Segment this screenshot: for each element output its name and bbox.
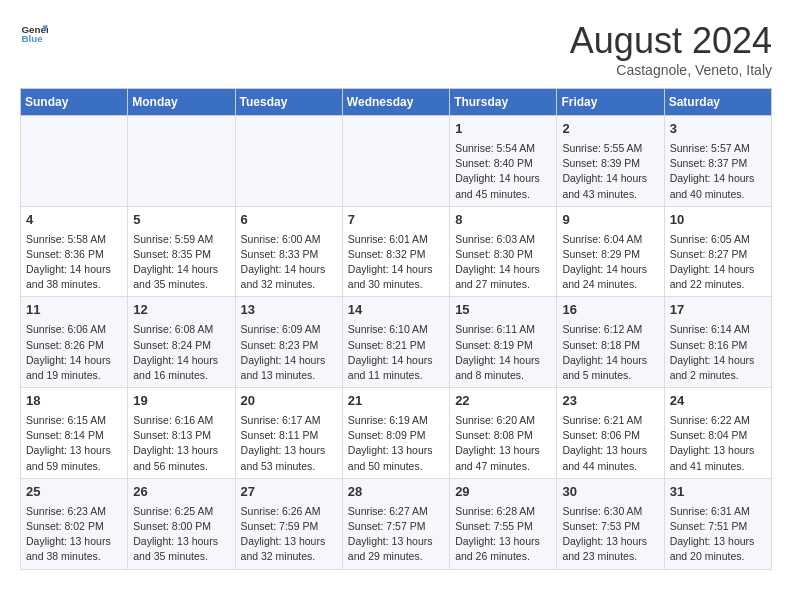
calendar-cell [235, 116, 342, 207]
calendar-cell: 10Sunrise: 6:05 AMSunset: 8:27 PMDayligh… [664, 206, 771, 297]
day-info: Sunrise: 6:10 AMSunset: 8:21 PMDaylight:… [348, 322, 444, 383]
day-number: 8 [455, 211, 551, 230]
day-number: 16 [562, 301, 658, 320]
svg-text:Blue: Blue [21, 33, 43, 44]
day-info: Sunrise: 6:05 AMSunset: 8:27 PMDaylight:… [670, 232, 766, 293]
calendar-cell: 20Sunrise: 6:17 AMSunset: 8:11 PMDayligh… [235, 388, 342, 479]
calendar-cell: 13Sunrise: 6:09 AMSunset: 8:23 PMDayligh… [235, 297, 342, 388]
day-info: Sunrise: 6:31 AMSunset: 7:51 PMDaylight:… [670, 504, 766, 565]
title-block: August 2024 Castagnole, Veneto, Italy [570, 20, 772, 78]
day-number: 20 [241, 392, 337, 411]
page-header: General Blue August 2024 Castagnole, Ven… [20, 20, 772, 78]
month-year: August 2024 [570, 20, 772, 62]
day-number: 5 [133, 211, 229, 230]
day-number: 28 [348, 483, 444, 502]
day-number: 9 [562, 211, 658, 230]
day-number: 15 [455, 301, 551, 320]
day-info: Sunrise: 6:08 AMSunset: 8:24 PMDaylight:… [133, 322, 229, 383]
day-info: Sunrise: 6:11 AMSunset: 8:19 PMDaylight:… [455, 322, 551, 383]
day-number: 3 [670, 120, 766, 139]
day-info: Sunrise: 6:15 AMSunset: 8:14 PMDaylight:… [26, 413, 122, 474]
day-info: Sunrise: 5:57 AMSunset: 8:37 PMDaylight:… [670, 141, 766, 202]
calendar-cell: 15Sunrise: 6:11 AMSunset: 8:19 PMDayligh… [450, 297, 557, 388]
day-info: Sunrise: 6:16 AMSunset: 8:13 PMDaylight:… [133, 413, 229, 474]
day-number: 10 [670, 211, 766, 230]
day-number: 12 [133, 301, 229, 320]
day-info: Sunrise: 6:00 AMSunset: 8:33 PMDaylight:… [241, 232, 337, 293]
calendar-cell: 16Sunrise: 6:12 AMSunset: 8:18 PMDayligh… [557, 297, 664, 388]
day-info: Sunrise: 6:25 AMSunset: 8:00 PMDaylight:… [133, 504, 229, 565]
day-number: 31 [670, 483, 766, 502]
day-info: Sunrise: 6:06 AMSunset: 8:26 PMDaylight:… [26, 322, 122, 383]
day-info: Sunrise: 6:01 AMSunset: 8:32 PMDaylight:… [348, 232, 444, 293]
day-number: 2 [562, 120, 658, 139]
calendar-cell: 2Sunrise: 5:55 AMSunset: 8:39 PMDaylight… [557, 116, 664, 207]
day-number: 27 [241, 483, 337, 502]
day-info: Sunrise: 6:26 AMSunset: 7:59 PMDaylight:… [241, 504, 337, 565]
day-of-week-header: Monday [128, 89, 235, 116]
day-number: 13 [241, 301, 337, 320]
day-of-week-header: Tuesday [235, 89, 342, 116]
day-number: 22 [455, 392, 551, 411]
calendar-cell: 11Sunrise: 6:06 AMSunset: 8:26 PMDayligh… [21, 297, 128, 388]
calendar-cell: 18Sunrise: 6:15 AMSunset: 8:14 PMDayligh… [21, 388, 128, 479]
calendar-cell: 30Sunrise: 6:30 AMSunset: 7:53 PMDayligh… [557, 478, 664, 569]
day-info: Sunrise: 5:59 AMSunset: 8:35 PMDaylight:… [133, 232, 229, 293]
day-info: Sunrise: 6:14 AMSunset: 8:16 PMDaylight:… [670, 322, 766, 383]
logo-icon: General Blue [20, 20, 48, 48]
day-number: 14 [348, 301, 444, 320]
day-number: 24 [670, 392, 766, 411]
day-number: 23 [562, 392, 658, 411]
calendar-cell: 22Sunrise: 6:20 AMSunset: 8:08 PMDayligh… [450, 388, 557, 479]
day-info: Sunrise: 6:23 AMSunset: 8:02 PMDaylight:… [26, 504, 122, 565]
day-number: 4 [26, 211, 122, 230]
day-info: Sunrise: 6:17 AMSunset: 8:11 PMDaylight:… [241, 413, 337, 474]
day-number: 30 [562, 483, 658, 502]
calendar-cell: 6Sunrise: 6:00 AMSunset: 8:33 PMDaylight… [235, 206, 342, 297]
day-number: 1 [455, 120, 551, 139]
calendar-cell: 23Sunrise: 6:21 AMSunset: 8:06 PMDayligh… [557, 388, 664, 479]
day-number: 6 [241, 211, 337, 230]
calendar-cell [342, 116, 449, 207]
day-of-week-header: Wednesday [342, 89, 449, 116]
calendar-cell: 26Sunrise: 6:25 AMSunset: 8:00 PMDayligh… [128, 478, 235, 569]
day-info: Sunrise: 6:30 AMSunset: 7:53 PMDaylight:… [562, 504, 658, 565]
day-number: 19 [133, 392, 229, 411]
day-info: Sunrise: 6:21 AMSunset: 8:06 PMDaylight:… [562, 413, 658, 474]
day-info: Sunrise: 6:19 AMSunset: 8:09 PMDaylight:… [348, 413, 444, 474]
day-info: Sunrise: 6:04 AMSunset: 8:29 PMDaylight:… [562, 232, 658, 293]
calendar-cell: 12Sunrise: 6:08 AMSunset: 8:24 PMDayligh… [128, 297, 235, 388]
calendar-cell: 25Sunrise: 6:23 AMSunset: 8:02 PMDayligh… [21, 478, 128, 569]
calendar-table: SundayMondayTuesdayWednesdayThursdayFrid… [20, 88, 772, 570]
calendar-cell: 17Sunrise: 6:14 AMSunset: 8:16 PMDayligh… [664, 297, 771, 388]
day-number: 29 [455, 483, 551, 502]
day-number: 21 [348, 392, 444, 411]
day-info: Sunrise: 6:22 AMSunset: 8:04 PMDaylight:… [670, 413, 766, 474]
day-number: 7 [348, 211, 444, 230]
calendar-cell: 1Sunrise: 5:54 AMSunset: 8:40 PMDaylight… [450, 116, 557, 207]
calendar-cell: 5Sunrise: 5:59 AMSunset: 8:35 PMDaylight… [128, 206, 235, 297]
calendar-cell: 28Sunrise: 6:27 AMSunset: 7:57 PMDayligh… [342, 478, 449, 569]
calendar-cell: 8Sunrise: 6:03 AMSunset: 8:30 PMDaylight… [450, 206, 557, 297]
calendar-cell: 21Sunrise: 6:19 AMSunset: 8:09 PMDayligh… [342, 388, 449, 479]
calendar-cell: 29Sunrise: 6:28 AMSunset: 7:55 PMDayligh… [450, 478, 557, 569]
calendar-cell: 3Sunrise: 5:57 AMSunset: 8:37 PMDaylight… [664, 116, 771, 207]
day-number: 25 [26, 483, 122, 502]
location: Castagnole, Veneto, Italy [570, 62, 772, 78]
day-of-week-header: Sunday [21, 89, 128, 116]
day-info: Sunrise: 6:28 AMSunset: 7:55 PMDaylight:… [455, 504, 551, 565]
calendar-cell: 31Sunrise: 6:31 AMSunset: 7:51 PMDayligh… [664, 478, 771, 569]
day-number: 26 [133, 483, 229, 502]
calendar-cell: 4Sunrise: 5:58 AMSunset: 8:36 PMDaylight… [21, 206, 128, 297]
calendar-cell [21, 116, 128, 207]
calendar-cell: 24Sunrise: 6:22 AMSunset: 8:04 PMDayligh… [664, 388, 771, 479]
day-number: 11 [26, 301, 122, 320]
day-info: Sunrise: 6:03 AMSunset: 8:30 PMDaylight:… [455, 232, 551, 293]
day-info: Sunrise: 6:12 AMSunset: 8:18 PMDaylight:… [562, 322, 658, 383]
day-number: 18 [26, 392, 122, 411]
calendar-cell: 27Sunrise: 6:26 AMSunset: 7:59 PMDayligh… [235, 478, 342, 569]
day-info: Sunrise: 5:54 AMSunset: 8:40 PMDaylight:… [455, 141, 551, 202]
day-info: Sunrise: 6:09 AMSunset: 8:23 PMDaylight:… [241, 322, 337, 383]
day-of-week-header: Friday [557, 89, 664, 116]
day-info: Sunrise: 5:58 AMSunset: 8:36 PMDaylight:… [26, 232, 122, 293]
